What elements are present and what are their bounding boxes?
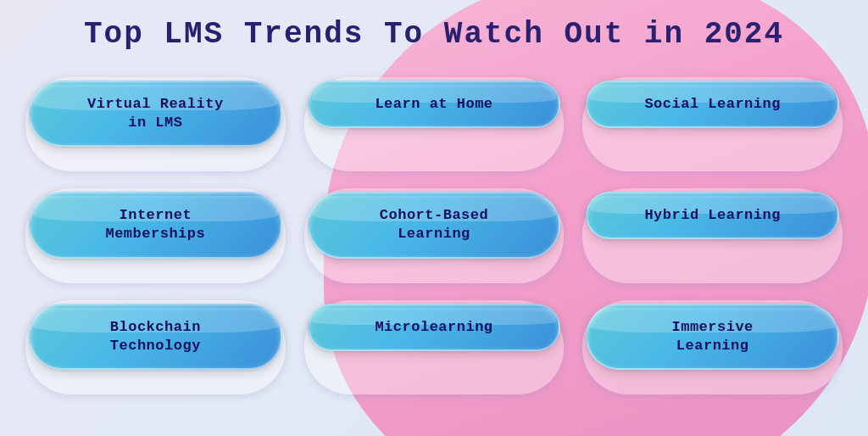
card-hybrid-learning[interactable]: Hybrid Learning	[586, 192, 839, 239]
card-label-microlearning: Microlearning	[375, 318, 492, 337]
card-label-blockchain-technology: Blockchain Technology	[110, 318, 201, 355]
card-wrapper-blockchain-technology: Blockchain Technology	[25, 300, 286, 394]
card-internet-memberships[interactable]: Internet Memberships	[29, 192, 282, 258]
card-wrapper-learn-at-home: Learn at Home	[304, 77, 565, 171]
page-title: Top LMS Trends To Watch Out in 2024	[25, 17, 843, 52]
card-microlearning[interactable]: Microlearning	[308, 304, 561, 351]
card-label-virtual-reality: Virtual Reality in LMS	[87, 95, 224, 132]
card-wrapper-immersive-learning: Immersive Learning	[582, 300, 843, 394]
card-label-immersive-learning: Immersive Learning	[671, 318, 753, 355]
card-wrapper-cohort-based-learning: Cohort-Based Learning	[304, 188, 565, 282]
card-label-cohort-based-learning: Cohort-Based Learning	[380, 206, 488, 243]
card-label-social-learning: Social Learning	[644, 95, 781, 114]
card-label-internet-memberships: Internet Memberships	[105, 206, 205, 243]
card-label-hybrid-learning: Hybrid Learning	[644, 206, 781, 225]
card-learn-at-home[interactable]: Learn at Home	[308, 81, 561, 128]
card-blockchain-technology[interactable]: Blockchain Technology	[29, 304, 282, 370]
trends-grid: Virtual Reality in LMSLearn at HomeSocia…	[25, 77, 843, 394]
card-label-learn-at-home: Learn at Home	[375, 95, 492, 114]
card-immersive-learning[interactable]: Immersive Learning	[586, 304, 839, 370]
card-wrapper-virtual-reality: Virtual Reality in LMS	[25, 77, 286, 171]
card-social-learning[interactable]: Social Learning	[586, 81, 839, 128]
card-wrapper-internet-memberships: Internet Memberships	[25, 188, 286, 282]
page-content: Top LMS Trends To Watch Out in 2024 Virt…	[0, 0, 868, 436]
card-cohort-based-learning[interactable]: Cohort-Based Learning	[308, 192, 561, 258]
card-virtual-reality[interactable]: Virtual Reality in LMS	[29, 81, 282, 147]
card-wrapper-social-learning: Social Learning	[582, 77, 843, 171]
card-wrapper-hybrid-learning: Hybrid Learning	[582, 188, 843, 282]
card-wrapper-microlearning: Microlearning	[304, 300, 565, 394]
